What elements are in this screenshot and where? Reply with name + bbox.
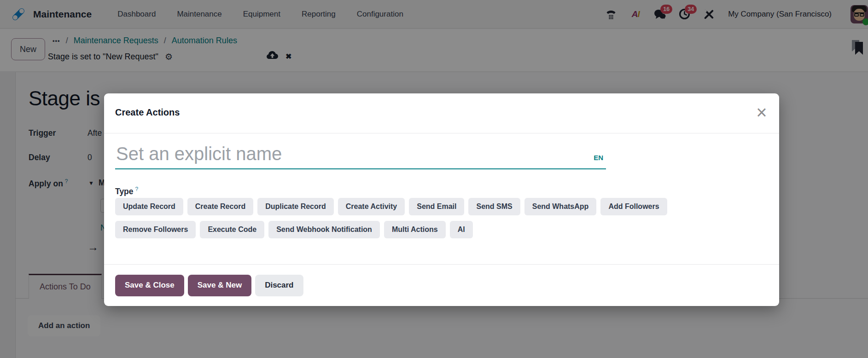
close-icon[interactable]: ×: [751, 100, 773, 125]
type-send-webhook-notification[interactable]: Send Webhook Notification: [268, 221, 380, 238]
type-options-row-2: Remove Followers Execute Code Send Webho…: [115, 221, 473, 238]
type-execute-code[interactable]: Execute Code: [200, 221, 264, 238]
type-remove-followers[interactable]: Remove Followers: [115, 221, 196, 238]
type-send-whatsapp[interactable]: Send WhatsApp: [524, 198, 597, 215]
save-and-new-button[interactable]: Save & New: [188, 275, 251, 296]
type-add-followers[interactable]: Add Followers: [600, 198, 667, 215]
save-and-close-button[interactable]: Save & Close: [115, 275, 184, 296]
dialog-title: Create Actions: [115, 107, 180, 118]
type-duplicate-record[interactable]: Duplicate Record: [257, 198, 334, 215]
type-send-sms[interactable]: Send SMS: [468, 198, 520, 215]
create-actions-dialog: Create Actions × EN Type? Update Record …: [104, 93, 779, 306]
type-multi-actions[interactable]: Multi Actions: [384, 221, 446, 238]
action-name-input[interactable]: [115, 141, 606, 169]
language-tag[interactable]: EN: [594, 154, 603, 162]
type-ai[interactable]: AI: [450, 221, 473, 238]
type-help-icon[interactable]: ?: [135, 186, 139, 192]
type-update-record[interactable]: Update Record: [115, 198, 183, 215]
type-label: Type?: [115, 186, 138, 196]
dialog-footer: Save & Close Save & New Discard: [104, 264, 779, 306]
discard-button[interactable]: Discard: [255, 275, 303, 296]
type-create-record[interactable]: Create Record: [187, 198, 253, 215]
dialog-body: EN Type? Update Record Create Record Dup…: [104, 133, 779, 264]
action-name-field-wrap: EN: [115, 141, 606, 169]
type-options-row-1: Update Record Create Record Duplicate Re…: [115, 198, 667, 215]
app-screen: Maintenance Dashboard Maintenance Equipm…: [0, 0, 868, 358]
type-create-activity[interactable]: Create Activity: [338, 198, 405, 215]
dialog-header: Create Actions ×: [104, 93, 779, 133]
type-send-email[interactable]: Send Email: [409, 198, 464, 215]
